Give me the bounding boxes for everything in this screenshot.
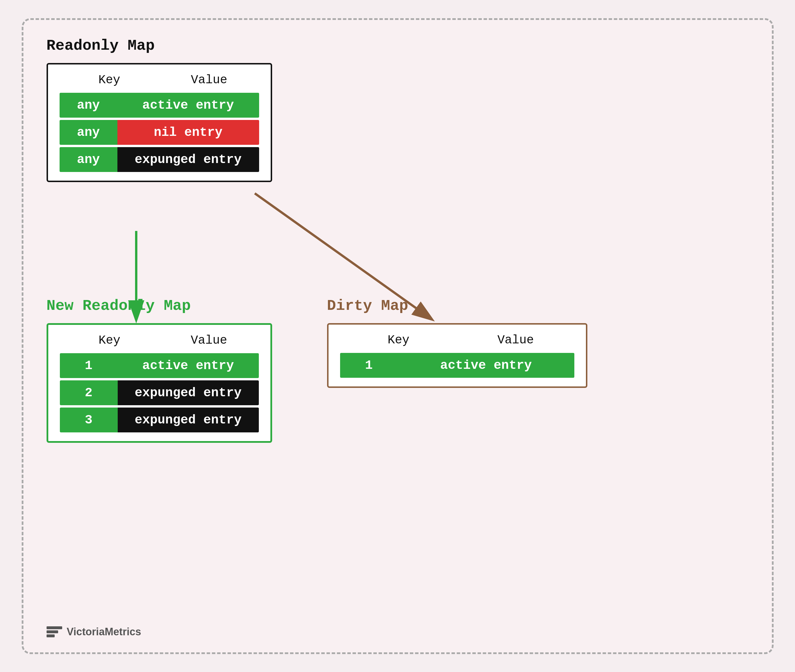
readonly-row-3: any expunged entry [59, 147, 259, 172]
new-readonly-row-3: 3 expunged entry [60, 408, 259, 432]
dirty-header-key: Key [340, 333, 457, 347]
new-readonly-header-key: Key [60, 334, 159, 347]
readonly-row2-key: any [59, 120, 117, 145]
dirty-row1-value: active entry [398, 353, 574, 378]
readonly-row3-key: any [59, 147, 117, 172]
dirty-map-section: Dirty Map Key Value 1 active entry [327, 298, 587, 388]
dirty-map-title: Dirty Map [327, 298, 587, 314]
logo-bar-2 [46, 630, 58, 633]
new-readonly-row-1: 1 active entry [60, 353, 259, 378]
readonly-row2-value: nil entry [117, 120, 259, 145]
readonly-row1-value: active entry [117, 93, 259, 118]
new-readonly-map-section: New Readonly Map Key Value 1 active entr… [46, 298, 272, 443]
readonly-row1-key: any [59, 93, 117, 118]
new-readonly-map-title: New Readonly Map [46, 298, 272, 314]
readonly-row-1: any active entry [59, 93, 259, 118]
new-readonly-map-header: Key Value [60, 334, 259, 347]
readonly-map-header: Key Value [59, 73, 259, 87]
main-container: Readonly Map Key Value any active entry … [22, 18, 774, 654]
readonly-header-key: Key [59, 73, 159, 87]
new-readonly-row1-value: active entry [118, 353, 259, 378]
readonly-map-title: Readonly Map [46, 37, 272, 54]
logo: VictoriaMetrics [46, 626, 141, 638]
logo-bar-1 [46, 626, 62, 629]
new-readonly-row3-key: 3 [60, 408, 118, 432]
svg-line-3 [255, 194, 425, 315]
readonly-row3-value: expunged entry [117, 147, 259, 172]
new-readonly-row1-key: 1 [60, 353, 118, 378]
readonly-row-2: any nil entry [59, 120, 259, 145]
readonly-map-section: Readonly Map Key Value any active entry … [46, 37, 272, 182]
dirty-row1-key: 1 [340, 353, 398, 378]
new-readonly-row3-value: expunged entry [118, 408, 259, 432]
new-readonly-header-value: Value [159, 334, 259, 347]
new-readonly-row2-key: 2 [60, 380, 118, 405]
logo-text: VictoriaMetrics [67, 626, 141, 638]
dirty-map-box: Key Value 1 active entry [327, 323, 587, 388]
new-readonly-row2-value: expunged entry [118, 380, 259, 405]
logo-bar-3 [46, 634, 54, 637]
dirty-row-1: 1 active entry [340, 353, 574, 378]
logo-icon [46, 626, 62, 637]
new-readonly-row-2: 2 expunged entry [60, 380, 259, 405]
dirty-map-header: Key Value [340, 333, 574, 347]
dirty-header-value: Value [457, 333, 574, 347]
new-readonly-map-box: Key Value 1 active entry 2 expunged entr… [46, 323, 272, 443]
readonly-map-box: Key Value any active entry any nil entry… [46, 63, 272, 182]
readonly-header-value: Value [159, 73, 259, 87]
